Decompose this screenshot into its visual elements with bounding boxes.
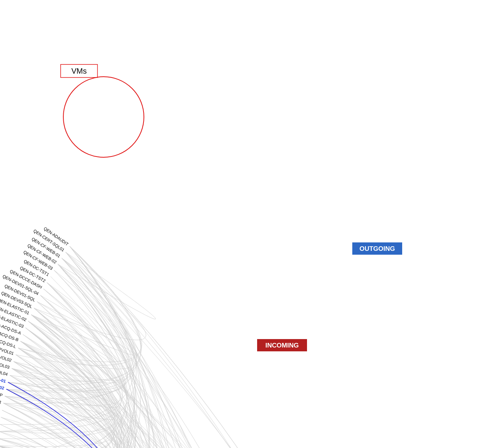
incoming-label: INCOMING [266, 342, 299, 349]
incoming-tag: INCOMING [257, 339, 307, 351]
edge [20, 341, 317, 448]
outgoing-label: OUTGOING [360, 245, 395, 252]
edge [44, 289, 353, 448]
edge [28, 321, 196, 448]
title-text: VMs [71, 67, 87, 75]
edge [0, 446, 410, 448]
selection-highlight [63, 77, 144, 157]
outgoing-tag: OUTGOING [352, 242, 402, 255]
edge [26, 328, 259, 448]
edge-layer [0, 246, 460, 448]
edge [37, 301, 297, 448]
title-box: VMs [61, 64, 97, 77]
edge [20, 341, 367, 448]
label-layer: QEN-ADAUDITQEN-CERT-SQL01QEN-CF-WEB-01QE… [0, 226, 468, 448]
chord-diagram: QEN-ADAUDITQEN-CERT-SQL01QEN-CF-WEB-01QE… [0, 0, 482, 448]
